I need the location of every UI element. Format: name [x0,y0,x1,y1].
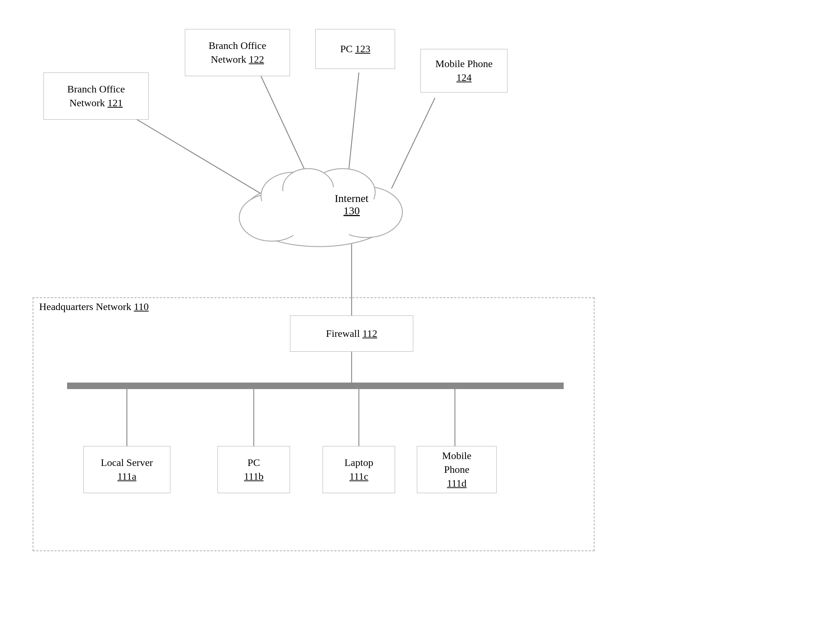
internet-ref: 130 [344,204,360,216]
branch-121-ref: 121 [107,97,122,108]
firewall-112-label: Firewall [326,328,362,339]
diagram: Internet 130 Headquarters Network 110 Br… [0,0,833,644]
branch-office-121: Branch OfficeNetwork 121 [43,72,149,120]
branch-122-ref: 122 [249,54,264,65]
hq-ref: 110 [134,301,149,312]
pc-123-label: PC [340,43,355,55]
internet-text: Internet [334,192,368,204]
hq-label: Headquarters Network 110 [39,301,149,312]
branch-office-122: Branch OfficeNetwork 122 [185,29,290,76]
pc-111b-ref: 111b [244,471,264,482]
laptop-111c-label: Laptop [344,457,373,468]
mobile-111d-label: MobilePhone [442,450,471,475]
pc-111b: PC111b [217,446,290,493]
lan-bus-bar [67,383,564,389]
mobile-phone-111d: MobilePhone111d [417,446,497,493]
local-server-111a-ref: 111a [117,471,136,482]
pc-123-ref: 123 [355,43,370,55]
local-server-111a-label: Local Server [101,457,153,468]
mobile-phone-124: Mobile Phone124 [420,49,508,92]
mobile-124-ref: 124 [457,72,471,83]
pc-111b-label: PC [248,457,260,468]
firewall-112: Firewall 112 [290,316,413,352]
local-server-111a: Local Server111a [84,446,170,493]
pc-123: PC 123 [315,29,395,69]
firewall-112-ref: 112 [362,328,377,339]
internet-label: Internet 130 [323,192,381,217]
mobile-111d-ref: 111d [447,478,466,489]
laptop-111c-ref: 111c [349,471,368,482]
hq-label-text: Headquarters Network [39,301,134,312]
mobile-124-label: Mobile Phone [435,58,493,69]
laptop-111c: Laptop111c [323,446,395,493]
